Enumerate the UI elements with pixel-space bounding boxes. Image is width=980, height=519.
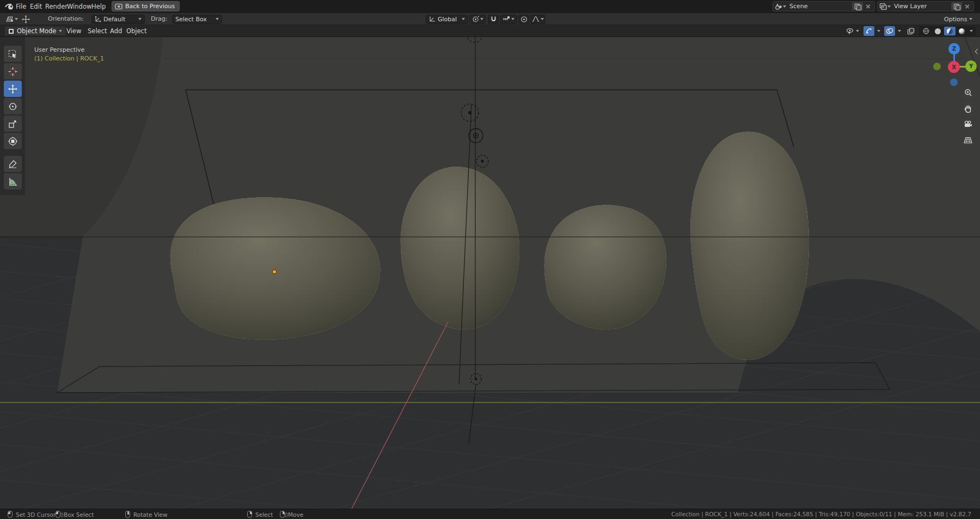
rotate-icon: [8, 102, 17, 111]
gizmos-dropdown[interactable]: [875, 26, 882, 36]
mouse-left-drag-icon: [56, 511, 60, 518]
tool-transform[interactable]: [4, 133, 22, 149]
status-bar: Set 3D Cursor Box Select Rotate View Sel…: [0, 509, 980, 519]
shading-material-preview-button[interactable]: [944, 27, 955, 35]
magnet-icon: [490, 16, 497, 23]
tool-move[interactable]: [4, 81, 22, 97]
menu-file[interactable]: File: [13, 0, 29, 13]
shading-dropdown[interactable]: [968, 30, 975, 32]
back-to-previous-button[interactable]: Back to Previous: [112, 1, 180, 11]
pivot-point-button[interactable]: [469, 15, 486, 24]
camera-view-button[interactable]: [961, 117, 975, 131]
menu-add[interactable]: Add: [108, 25, 124, 37]
xray-toggle[interactable]: [905, 26, 916, 36]
close-scene-icon[interactable]: [864, 2, 873, 10]
gizmo-axis-z[interactable]: Z: [948, 43, 960, 54]
chevron-down-icon: [462, 18, 465, 20]
new-scene-button[interactable]: [852, 2, 863, 10]
shading-wireframe-button[interactable]: [920, 27, 932, 35]
new-view-layer-button[interactable]: [951, 2, 962, 10]
tool-cursor[interactable]: [4, 63, 22, 80]
scene-icon: [775, 3, 783, 10]
top-bar: File Edit Render Window Help Back to Pre…: [0, 0, 980, 13]
pivot-point-icon: [472, 16, 479, 23]
gizmos-toggle[interactable]: [863, 26, 874, 36]
gizmo-axis-x[interactable]: X: [948, 61, 960, 73]
object-visibility-button[interactable]: [844, 26, 861, 36]
chevron-down-icon: [856, 30, 859, 32]
view-layer-name: View Layer: [891, 3, 950, 10]
measure-icon: [8, 177, 17, 186]
viewport-canvas[interactable]: [0, 25, 980, 509]
options-dropdown[interactable]: Options: [941, 15, 975, 24]
snap-increment-icon: [503, 16, 510, 22]
tool-measure[interactable]: [4, 173, 22, 190]
camera-icon: [964, 120, 972, 128]
shading-rendered-button[interactable]: [956, 27, 967, 35]
chevron-down-icon: [216, 18, 219, 20]
chevron-down-icon: [877, 30, 880, 32]
chevron-down-icon: [138, 18, 142, 20]
snap-target-button[interactable]: [500, 15, 517, 24]
zoom-view-button[interactable]: [961, 86, 975, 100]
rock-3[interactable]: [544, 205, 666, 329]
chevron-down-icon: [970, 30, 973, 32]
hint-label: Box Select: [64, 511, 94, 518]
snap-toggle-button[interactable]: [488, 15, 499, 24]
transform-orientation-dropdown[interactable]: Global: [426, 15, 468, 24]
tool-scale[interactable]: [4, 115, 22, 132]
falloff-curve-icon: [532, 16, 540, 22]
chevron-down-icon: [898, 30, 901, 32]
proportional-editing-icon: [520, 16, 528, 23]
gizmo-axis-z-negative[interactable]: [950, 78, 958, 86]
view-layer-icon: [879, 3, 887, 10]
mouse-middle-icon: [125, 511, 130, 518]
annotate-icon: [8, 160, 17, 169]
editor-type-button[interactable]: [3, 15, 20, 24]
orientation-dropdown[interactable]: Default: [91, 15, 145, 24]
object-mode-icon: [8, 28, 14, 34]
active-tool-move-icon: [22, 15, 30, 23]
wireframe-sphere-icon: [923, 28, 929, 34]
orientation-value: Default: [103, 16, 136, 23]
chevron-down-icon: [59, 30, 62, 32]
hint-label: Move: [288, 511, 303, 518]
chevron-down-icon: [480, 18, 483, 20]
scale-icon: [8, 119, 17, 129]
overlays-dropdown[interactable]: [896, 26, 903, 36]
menu-help[interactable]: Help: [89, 0, 108, 13]
transform-orientation-value: Global: [438, 16, 460, 23]
rock-4[interactable]: [690, 132, 809, 360]
menu-object[interactable]: Object: [124, 25, 149, 37]
menu-view[interactable]: View: [64, 25, 83, 37]
menu-select[interactable]: Select: [85, 25, 109, 37]
eye-icon: [846, 28, 854, 34]
tool-annotate[interactable]: [4, 156, 22, 172]
back-screen-icon: [115, 3, 122, 10]
tool-rotate[interactable]: [4, 98, 22, 114]
drag-dropdown[interactable]: Select Box: [172, 15, 222, 24]
sidebar-toggle-chevron[interactable]: [974, 48, 979, 56]
mode-label: Object Mode: [17, 27, 56, 35]
overlays-toggle[interactable]: [884, 26, 895, 36]
chevron-down-icon: [15, 18, 18, 20]
perspective-toggle-button[interactable]: [961, 133, 975, 147]
drag-value: Select Box: [175, 16, 213, 23]
mode-dropdown[interactable]: Object Mode: [4, 26, 66, 36]
gizmo-axis-y[interactable]: Y: [965, 60, 977, 72]
remove-view-layer-icon[interactable]: [963, 2, 972, 10]
scene-selector[interactable]: Scene: [773, 1, 875, 11]
view-layer-selector[interactable]: View Layer: [877, 1, 974, 11]
selected-object-origin[interactable]: [272, 270, 276, 273]
scene-statistics: Collection | ROCK_1 | Verts:24,604 | Fac…: [671, 509, 971, 519]
global-axes-icon: [429, 16, 436, 22]
pan-view-button[interactable]: [961, 101, 975, 115]
mouse-left-icon: [8, 511, 13, 518]
tool-select-box[interactable]: [4, 46, 22, 62]
blender-window: File Edit Render Window Help Back to Pre…: [0, 0, 980, 519]
shading-solid-button[interactable]: [932, 27, 944, 35]
falloff-button[interactable]: [530, 15, 546, 24]
grid-plane-icon: [964, 137, 972, 144]
gizmo-axis-y-negative[interactable]: [933, 63, 941, 70]
proportional-editing-button[interactable]: [518, 15, 529, 24]
